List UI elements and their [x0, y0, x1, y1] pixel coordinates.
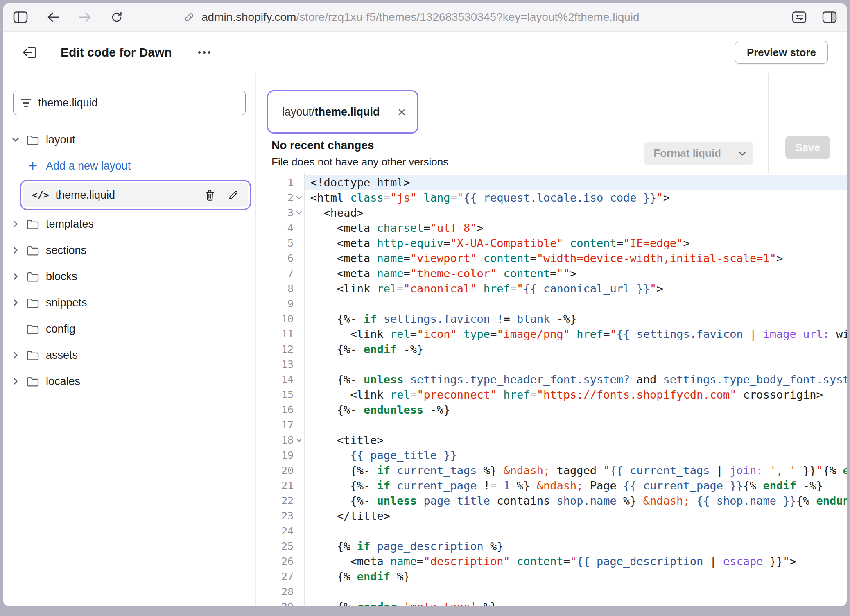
- sidebar-toggle-icon[interactable]: [13, 11, 28, 23]
- version-status: No recent changes File does not have any…: [271, 139, 448, 168]
- code-line-6[interactable]: <meta name="viewport" content="width=dev…: [310, 251, 847, 266]
- page-title: Edit code for Dawn: [61, 45, 172, 59]
- code-line-14[interactable]: {%- unless settings.type_header_font.sys…: [310, 372, 847, 387]
- code-editor[interactable]: 1234567891011121314151617181920212223242…: [256, 173, 847, 606]
- line-number: 26: [281, 555, 294, 567]
- file-search[interactable]: theme.liquid: [13, 91, 246, 115]
- code-line-19[interactable]: {{ page_title }}: [310, 448, 847, 463]
- code-line-1[interactable]: <!doctype html>: [305, 175, 847, 190]
- code-line-18[interactable]: <title>: [310, 433, 847, 448]
- code-line-26[interactable]: <meta name="description" content="{{ pag…: [310, 554, 847, 569]
- gutter-line: 16: [256, 402, 304, 417]
- code-line-9[interactable]: [310, 296, 847, 311]
- code-line-4[interactable]: <meta charset="utf-8">: [310, 220, 847, 236]
- status-subtitle: File does not have any other versions: [271, 156, 448, 168]
- url-text: admin.shopify.com/store/rzq1xu-f5/themes…: [201, 11, 640, 24]
- content: theme.liquid layoutAdd a new layout</>th…: [3, 73, 847, 606]
- code-line-20[interactable]: {%- if current_tags %} &ndash; tagged "{…: [310, 463, 847, 478]
- gutter-line: 1: [256, 175, 304, 190]
- forward-icon[interactable]: [79, 11, 92, 23]
- code-line-11[interactable]: <link rel="icon" type="image/png" href="…: [310, 326, 847, 342]
- sidebar-folder-blocks[interactable]: blocks: [3, 263, 255, 290]
- file-label: theme.liquid: [56, 189, 115, 202]
- chevron-down-icon[interactable]: [10, 137, 21, 143]
- gutter-line: 20: [256, 463, 304, 478]
- folder-label: sections: [46, 244, 86, 257]
- exit-icon[interactable]: [22, 45, 38, 59]
- chevron-right-icon[interactable]: [10, 246, 21, 254]
- format-liquid-button[interactable]: Format liquid: [644, 142, 753, 165]
- chevron-right-icon[interactable]: [10, 299, 21, 307]
- save-button[interactable]: Save: [785, 136, 830, 159]
- sidebar-folder-templates[interactable]: templates: [3, 211, 255, 237]
- tab-path-prefix: layout/: [282, 106, 315, 118]
- line-number: 13: [281, 358, 294, 370]
- sidebar-folder-layout[interactable]: layout: [3, 127, 255, 153]
- code-line-10[interactable]: {%- if settings.favicon != blank -%}: [310, 311, 847, 326]
- sidebar-folder-config[interactable]: config: [3, 316, 255, 342]
- chevron-right-icon[interactable]: [10, 351, 21, 359]
- tab-close-icon[interactable]: ×: [398, 105, 406, 119]
- code-line-5[interactable]: <meta http-equiv="X-UA-Compatible" conte…: [310, 236, 847, 251]
- code-line-16[interactable]: {%- endunless -%}: [310, 402, 847, 417]
- folder-label: snippets: [46, 297, 87, 309]
- sidebar-folder-snippets[interactable]: snippets: [3, 290, 255, 316]
- sidebar-folder-sections[interactable]: sections: [3, 237, 255, 263]
- code-line-7[interactable]: <meta name="theme-color" content="">: [310, 266, 847, 281]
- plus-icon: [26, 161, 39, 171]
- more-menu-icon[interactable]: [197, 50, 211, 54]
- chevron-right-icon[interactable]: [10, 272, 21, 281]
- preview-store-button[interactable]: Preview store: [735, 41, 828, 64]
- fold-chevron-icon[interactable]: [294, 196, 304, 200]
- line-number: 16: [281, 404, 294, 416]
- code-line-17[interactable]: [310, 417, 847, 433]
- line-number: 10: [281, 313, 294, 325]
- url-domain: admin.shopify.com: [201, 11, 296, 23]
- back-icon[interactable]: [47, 11, 60, 23]
- code-line-25[interactable]: {% if page_description %}: [310, 539, 847, 554]
- fold-chevron-icon[interactable]: [294, 211, 304, 215]
- code-line-23[interactable]: </title>: [310, 508, 847, 523]
- tab-theme-liquid[interactable]: layout/theme.liquid ×: [270, 93, 416, 131]
- code-line-8[interactable]: <link rel="canonical" href="{{ canonical…: [310, 281, 847, 296]
- address-bar[interactable]: admin.shopify.com/store/rzq1xu-f5/themes…: [183, 11, 640, 24]
- code-line-2[interactable]: <html class="js" lang="{{ request.locale…: [310, 190, 847, 205]
- sidebar-action-add-a-new-layout[interactable]: Add a new layout: [3, 153, 255, 179]
- fold-chevron-icon[interactable]: [294, 438, 304, 442]
- split-view-icon[interactable]: [822, 11, 837, 23]
- sidebar-folder-assets[interactable]: assets: [3, 342, 255, 368]
- chevron-right-icon[interactable]: [10, 220, 21, 228]
- code-file-icon: </>: [32, 190, 49, 200]
- code-line-28[interactable]: [310, 584, 847, 599]
- chevron-right-icon[interactable]: [10, 377, 21, 385]
- folder-icon: [26, 324, 39, 335]
- code-line-3[interactable]: <head>: [310, 205, 847, 220]
- gutter-line: 26: [256, 554, 304, 569]
- code-line-21[interactable]: {%- if current_page != 1 %} &ndash; Page…: [310, 478, 847, 493]
- format-liquid-label: Format liquid: [644, 142, 731, 165]
- code-line-24[interactable]: [310, 523, 847, 539]
- line-number: 22: [281, 495, 294, 507]
- chevron-down-icon[interactable]: [731, 142, 753, 165]
- sidebar-item-theme-liquid[interactable]: </>theme.liquid: [23, 183, 248, 207]
- code-line-13[interactable]: [310, 357, 847, 372]
- gutter-line: 28: [256, 584, 304, 599]
- code-line-12[interactable]: {%- endif -%}: [310, 342, 847, 357]
- editor-code[interactable]: <!doctype html><html class="js" lang="{{…: [305, 173, 847, 606]
- code-line-27[interactable]: {% endif %}: [310, 569, 847, 584]
- rename-file-icon[interactable]: [228, 189, 239, 201]
- code-line-29[interactable]: {% render 'meta-tags' %}: [310, 599, 847, 606]
- sidebar-folder-locales[interactable]: locales: [3, 368, 255, 394]
- editor-panel: layout/theme.liquid × No recent changes …: [256, 73, 847, 606]
- editor-top: layout/theme.liquid × No recent changes …: [256, 73, 847, 173]
- delete-file-icon[interactable]: [204, 189, 215, 201]
- reload-icon[interactable]: [111, 11, 123, 23]
- line-number: 18: [281, 434, 294, 446]
- code-line-15[interactable]: <link rel="preconnect" href="https://fon…: [310, 387, 847, 402]
- code-line-22[interactable]: {%- unless page_title contains shop.name…: [310, 493, 847, 508]
- gutter-line: 12: [256, 342, 304, 357]
- tab-strip: layout/theme.liquid ×: [256, 73, 768, 134]
- gutter-line: 6: [256, 251, 304, 266]
- browser-extension-icon[interactable]: [792, 11, 807, 23]
- browser-nav-icons: [13, 11, 123, 23]
